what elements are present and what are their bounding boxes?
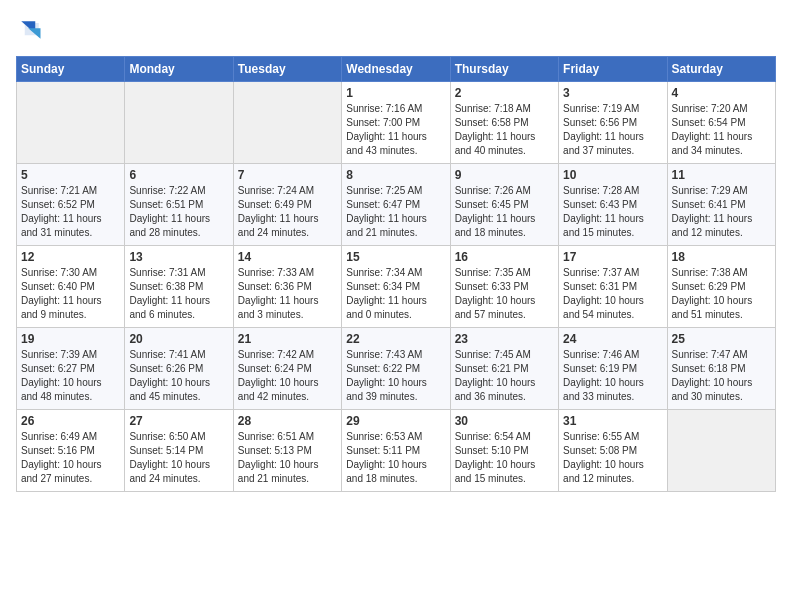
calendar-cell	[125, 82, 233, 164]
day-number: 16	[455, 250, 554, 264]
day-info: Sunrise: 7:34 AM Sunset: 6:34 PM Dayligh…	[346, 266, 445, 322]
day-number: 3	[563, 86, 662, 100]
day-number: 23	[455, 332, 554, 346]
day-info: Sunrise: 7:26 AM Sunset: 6:45 PM Dayligh…	[455, 184, 554, 240]
calendar-cell: 12Sunrise: 7:30 AM Sunset: 6:40 PM Dayli…	[17, 246, 125, 328]
day-header-sunday: Sunday	[17, 57, 125, 82]
day-number: 14	[238, 250, 337, 264]
calendar-body: 1Sunrise: 7:16 AM Sunset: 7:00 PM Daylig…	[17, 82, 776, 492]
day-info: Sunrise: 7:18 AM Sunset: 6:58 PM Dayligh…	[455, 102, 554, 158]
day-info: Sunrise: 7:45 AM Sunset: 6:21 PM Dayligh…	[455, 348, 554, 404]
calendar-cell: 9Sunrise: 7:26 AM Sunset: 6:45 PM Daylig…	[450, 164, 558, 246]
days-of-week-row: SundayMondayTuesdayWednesdayThursdayFrid…	[17, 57, 776, 82]
day-info: Sunrise: 7:16 AM Sunset: 7:00 PM Dayligh…	[346, 102, 445, 158]
calendar-cell: 25Sunrise: 7:47 AM Sunset: 6:18 PM Dayli…	[667, 328, 775, 410]
calendar-cell: 19Sunrise: 7:39 AM Sunset: 6:27 PM Dayli…	[17, 328, 125, 410]
day-number: 31	[563, 414, 662, 428]
day-number: 9	[455, 168, 554, 182]
calendar-cell: 2Sunrise: 7:18 AM Sunset: 6:58 PM Daylig…	[450, 82, 558, 164]
day-number: 20	[129, 332, 228, 346]
day-info: Sunrise: 7:39 AM Sunset: 6:27 PM Dayligh…	[21, 348, 120, 404]
day-info: Sunrise: 7:35 AM Sunset: 6:33 PM Dayligh…	[455, 266, 554, 322]
day-number: 28	[238, 414, 337, 428]
calendar-cell: 10Sunrise: 7:28 AM Sunset: 6:43 PM Dayli…	[559, 164, 667, 246]
day-info: Sunrise: 6:50 AM Sunset: 5:14 PM Dayligh…	[129, 430, 228, 486]
calendar-cell: 24Sunrise: 7:46 AM Sunset: 6:19 PM Dayli…	[559, 328, 667, 410]
day-info: Sunrise: 7:25 AM Sunset: 6:47 PM Dayligh…	[346, 184, 445, 240]
calendar-cell: 27Sunrise: 6:50 AM Sunset: 5:14 PM Dayli…	[125, 410, 233, 492]
logo	[16, 16, 48, 44]
calendar-cell: 26Sunrise: 6:49 AM Sunset: 5:16 PM Dayli…	[17, 410, 125, 492]
calendar-cell: 17Sunrise: 7:37 AM Sunset: 6:31 PM Dayli…	[559, 246, 667, 328]
day-number: 6	[129, 168, 228, 182]
calendar-cell: 1Sunrise: 7:16 AM Sunset: 7:00 PM Daylig…	[342, 82, 450, 164]
day-number: 21	[238, 332, 337, 346]
week-row-1: 5Sunrise: 7:21 AM Sunset: 6:52 PM Daylig…	[17, 164, 776, 246]
day-header-tuesday: Tuesday	[233, 57, 341, 82]
calendar-cell: 18Sunrise: 7:38 AM Sunset: 6:29 PM Dayli…	[667, 246, 775, 328]
day-info: Sunrise: 7:33 AM Sunset: 6:36 PM Dayligh…	[238, 266, 337, 322]
day-number: 18	[672, 250, 771, 264]
day-header-saturday: Saturday	[667, 57, 775, 82]
day-info: Sunrise: 7:19 AM Sunset: 6:56 PM Dayligh…	[563, 102, 662, 158]
logo-icon	[16, 16, 44, 44]
day-number: 30	[455, 414, 554, 428]
day-info: Sunrise: 7:46 AM Sunset: 6:19 PM Dayligh…	[563, 348, 662, 404]
day-number: 11	[672, 168, 771, 182]
calendar-cell: 13Sunrise: 7:31 AM Sunset: 6:38 PM Dayli…	[125, 246, 233, 328]
day-info: Sunrise: 7:28 AM Sunset: 6:43 PM Dayligh…	[563, 184, 662, 240]
calendar-cell: 22Sunrise: 7:43 AM Sunset: 6:22 PM Dayli…	[342, 328, 450, 410]
day-header-thursday: Thursday	[450, 57, 558, 82]
day-info: Sunrise: 7:20 AM Sunset: 6:54 PM Dayligh…	[672, 102, 771, 158]
calendar-cell	[233, 82, 341, 164]
day-info: Sunrise: 7:30 AM Sunset: 6:40 PM Dayligh…	[21, 266, 120, 322]
day-header-wednesday: Wednesday	[342, 57, 450, 82]
calendar-cell: 15Sunrise: 7:34 AM Sunset: 6:34 PM Dayli…	[342, 246, 450, 328]
day-number: 1	[346, 86, 445, 100]
day-number: 8	[346, 168, 445, 182]
day-number: 27	[129, 414, 228, 428]
day-info: Sunrise: 7:21 AM Sunset: 6:52 PM Dayligh…	[21, 184, 120, 240]
week-row-0: 1Sunrise: 7:16 AM Sunset: 7:00 PM Daylig…	[17, 82, 776, 164]
day-number: 4	[672, 86, 771, 100]
day-info: Sunrise: 7:43 AM Sunset: 6:22 PM Dayligh…	[346, 348, 445, 404]
calendar-cell: 30Sunrise: 6:54 AM Sunset: 5:10 PM Dayli…	[450, 410, 558, 492]
day-number: 29	[346, 414, 445, 428]
calendar-cell: 6Sunrise: 7:22 AM Sunset: 6:51 PM Daylig…	[125, 164, 233, 246]
day-header-friday: Friday	[559, 57, 667, 82]
header	[16, 16, 776, 44]
calendar-cell: 29Sunrise: 6:53 AM Sunset: 5:11 PM Dayli…	[342, 410, 450, 492]
day-number: 10	[563, 168, 662, 182]
day-info: Sunrise: 7:42 AM Sunset: 6:24 PM Dayligh…	[238, 348, 337, 404]
calendar-cell: 5Sunrise: 7:21 AM Sunset: 6:52 PM Daylig…	[17, 164, 125, 246]
calendar-cell: 4Sunrise: 7:20 AM Sunset: 6:54 PM Daylig…	[667, 82, 775, 164]
calendar-cell: 7Sunrise: 7:24 AM Sunset: 6:49 PM Daylig…	[233, 164, 341, 246]
day-info: Sunrise: 6:55 AM Sunset: 5:08 PM Dayligh…	[563, 430, 662, 486]
day-number: 13	[129, 250, 228, 264]
day-info: Sunrise: 6:49 AM Sunset: 5:16 PM Dayligh…	[21, 430, 120, 486]
week-row-4: 26Sunrise: 6:49 AM Sunset: 5:16 PM Dayli…	[17, 410, 776, 492]
calendar: SundayMondayTuesdayWednesdayThursdayFrid…	[16, 56, 776, 492]
calendar-cell: 8Sunrise: 7:25 AM Sunset: 6:47 PM Daylig…	[342, 164, 450, 246]
calendar-cell	[667, 410, 775, 492]
day-number: 12	[21, 250, 120, 264]
calendar-cell: 23Sunrise: 7:45 AM Sunset: 6:21 PM Dayli…	[450, 328, 558, 410]
day-info: Sunrise: 7:41 AM Sunset: 6:26 PM Dayligh…	[129, 348, 228, 404]
calendar-cell: 14Sunrise: 7:33 AM Sunset: 6:36 PM Dayli…	[233, 246, 341, 328]
day-info: Sunrise: 6:51 AM Sunset: 5:13 PM Dayligh…	[238, 430, 337, 486]
day-number: 5	[21, 168, 120, 182]
day-info: Sunrise: 7:31 AM Sunset: 6:38 PM Dayligh…	[129, 266, 228, 322]
calendar-header: SundayMondayTuesdayWednesdayThursdayFrid…	[17, 57, 776, 82]
day-info: Sunrise: 7:38 AM Sunset: 6:29 PM Dayligh…	[672, 266, 771, 322]
day-info: Sunrise: 7:22 AM Sunset: 6:51 PM Dayligh…	[129, 184, 228, 240]
day-number: 24	[563, 332, 662, 346]
calendar-cell	[17, 82, 125, 164]
day-info: Sunrise: 7:24 AM Sunset: 6:49 PM Dayligh…	[238, 184, 337, 240]
day-number: 7	[238, 168, 337, 182]
day-number: 19	[21, 332, 120, 346]
calendar-cell: 11Sunrise: 7:29 AM Sunset: 6:41 PM Dayli…	[667, 164, 775, 246]
day-info: Sunrise: 7:47 AM Sunset: 6:18 PM Dayligh…	[672, 348, 771, 404]
week-row-3: 19Sunrise: 7:39 AM Sunset: 6:27 PM Dayli…	[17, 328, 776, 410]
day-number: 26	[21, 414, 120, 428]
day-number: 25	[672, 332, 771, 346]
